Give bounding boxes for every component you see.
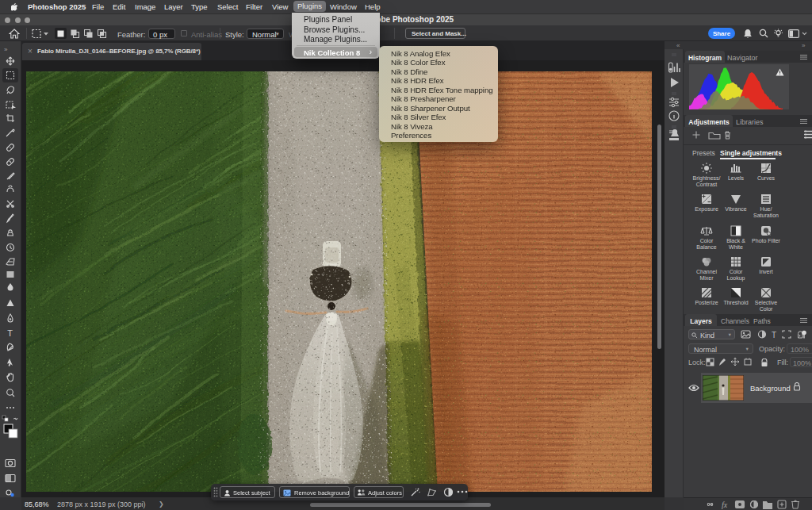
svg-text:»: » — [4, 46, 8, 53]
svg-text:T: T — [772, 331, 776, 339]
svg-text:fx: fx — [722, 500, 728, 509]
svg-text:T: T — [7, 328, 13, 338]
